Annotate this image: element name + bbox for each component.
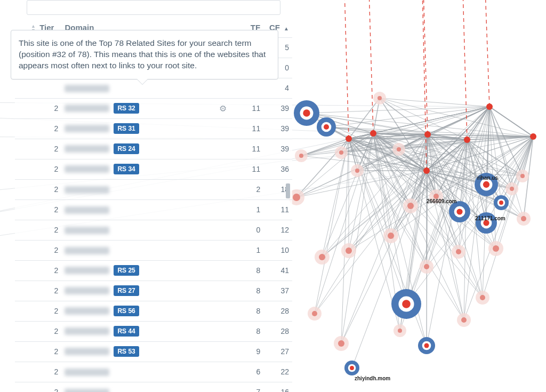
svg-point-272: [424, 264, 429, 269]
graph-node-label[interactable]: rihan.us: [477, 175, 498, 181]
cell-domain: RS 27: [61, 281, 211, 301]
svg-point-286: [461, 317, 467, 323]
table-row[interactable]: 2012: [15, 220, 292, 240]
rs-badge[interactable]: RS 53: [114, 346, 139, 357]
cell-cf: 12: [263, 220, 292, 240]
svg-point-298: [370, 130, 376, 137]
svg-point-282: [338, 340, 344, 347]
table-row[interactable]: 2218: [15, 179, 292, 199]
redacted-domain: [65, 105, 109, 112]
svg-point-297: [346, 135, 352, 142]
table-row[interactable]: 2111: [15, 199, 292, 220]
table-row[interactable]: 2RS 25841: [15, 260, 292, 281]
cell-domain: RS 25: [61, 260, 211, 281]
table-row[interactable]: 2RS 44828: [15, 321, 292, 341]
cell-tf: [235, 78, 263, 98]
redacted-domain: [65, 186, 109, 194]
svg-line-20: [341, 139, 349, 343]
graph-node-label[interactable]: 266609.com: [427, 198, 457, 204]
cell-domain: RS 32: [61, 98, 211, 118]
svg-point-324: [402, 300, 411, 308]
redacted-domain: [65, 267, 109, 274]
table-row[interactable]: 2RS 27837: [15, 281, 292, 301]
rs-badge[interactable]: RS 24: [114, 143, 139, 154]
cell-tier: 2: [15, 382, 61, 392]
cell-tf: 8: [235, 321, 263, 341]
table-row[interactable]: 2RS 241139: [15, 139, 292, 159]
svg-point-274: [456, 249, 461, 254]
table-row[interactable]: 2RS 56828: [15, 301, 292, 321]
table-row[interactable]: 2110: [15, 240, 292, 260]
cell-tier: 2: [15, 260, 61, 281]
cell-cf: 10: [263, 240, 292, 260]
cell-actions: [211, 118, 235, 139]
svg-point-309: [324, 124, 329, 130]
svg-point-260: [397, 147, 401, 151]
svg-point-254: [293, 194, 300, 201]
gear-icon[interactable]: ⚙: [219, 103, 227, 114]
table-row[interactable]: 2622: [15, 362, 292, 382]
svg-point-315: [456, 209, 462, 214]
cell-tier: 2: [15, 240, 61, 260]
rs-badge[interactable]: RS 25: [114, 265, 139, 276]
svg-point-312: [483, 181, 489, 188]
graph-node-label[interactable]: 211171.com: [475, 215, 505, 221]
rs-badge[interactable]: RS 34: [114, 164, 139, 174]
cell-domain: RS 31: [61, 118, 211, 139]
svg-line-252: [485, 0, 489, 107]
cell-tier: 2: [15, 321, 61, 341]
cell-tf: 11: [235, 159, 263, 179]
cell-tf: 11: [235, 98, 263, 118]
cell-cf: 22: [263, 362, 292, 382]
table-row[interactable]: 2RS 53927: [15, 341, 292, 362]
cell-tier: 2: [15, 341, 61, 362]
svg-point-303: [530, 133, 536, 140]
cell-tf: 11: [235, 118, 263, 139]
rs-badge[interactable]: RS 27: [114, 285, 139, 296]
cell-cf: 11: [263, 199, 292, 220]
svg-point-327: [424, 343, 429, 348]
svg-point-284: [312, 311, 317, 316]
redacted-domain: [65, 247, 109, 254]
cell-actions: [211, 220, 235, 240]
cell-tier: 2: [15, 220, 61, 240]
cell-domain: [61, 382, 211, 392]
table-row[interactable]: 2RS 341136: [15, 159, 292, 179]
cell-cf: 36: [263, 159, 292, 179]
cell-tier: 2: [15, 281, 61, 301]
svg-point-330: [350, 366, 354, 370]
cell-cf: 16: [263, 382, 292, 392]
svg-point-294: [398, 329, 402, 333]
redacted-domain: [65, 348, 109, 355]
redacted-domain: [65, 369, 109, 376]
table-row[interactable]: 2716: [15, 382, 292, 392]
rs-badge[interactable]: RS 31: [114, 123, 139, 134]
cell-tf: 8: [235, 281, 263, 301]
table-row[interactable]: 2RS 32⚙1139: [15, 98, 292, 118]
related-sites-tooltip: This site is one of the Top 78 Related S…: [11, 30, 278, 79]
svg-point-258: [355, 169, 359, 173]
cell-cf: 28: [263, 321, 292, 341]
table-row[interactable]: 4: [15, 78, 292, 98]
cell-tier: [15, 78, 61, 98]
rs-badge[interactable]: RS 32: [114, 103, 139, 114]
rs-badge[interactable]: RS 56: [114, 306, 139, 316]
svg-line-247: [344, 0, 349, 139]
table-row[interactable]: 2RS 311139: [15, 118, 292, 139]
cell-actions: [211, 301, 235, 321]
cell-cf: 41: [263, 260, 292, 281]
cell-tier: 2: [15, 362, 61, 382]
cell-tf: 8: [235, 301, 263, 321]
svg-point-300: [464, 137, 470, 143]
cell-actions: [211, 159, 235, 179]
cell-tf: 0: [235, 220, 263, 240]
rs-badge[interactable]: RS 44: [114, 326, 139, 337]
svg-point-299: [424, 131, 431, 138]
cell-actions: [211, 321, 235, 341]
graph-node-label[interactable]: zhiyindh.mom: [355, 375, 390, 381]
cell-domain: [61, 362, 211, 382]
cell-actions: [211, 362, 235, 382]
redacted-domain: [65, 227, 109, 234]
search-input[interactable]: [27, 0, 280, 15]
scrollbar-thumb[interactable]: [286, 183, 290, 198]
